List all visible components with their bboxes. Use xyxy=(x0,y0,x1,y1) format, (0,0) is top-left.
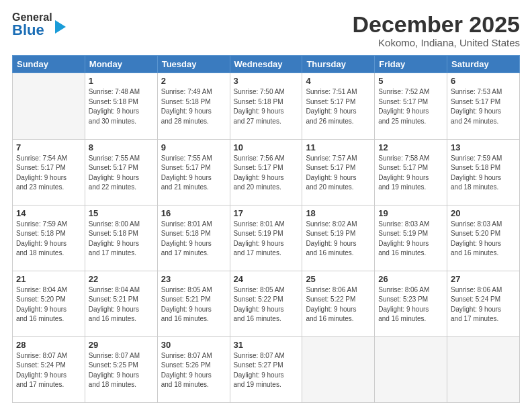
day-number: 15 xyxy=(89,208,154,218)
calendar-header-row: SundayMondayTuesdayWednesdayThursdayFrid… xyxy=(13,56,520,73)
cell-info: Sunrise: 7:49 AM Sunset: 5:18 PM Dayligh… xyxy=(161,87,226,126)
header: General Blue December 2025 Kokomo, India… xyxy=(12,12,520,48)
logo-blue-text: Blue xyxy=(12,23,52,38)
calendar-cell: 23Sunrise: 8:05 AM Sunset: 5:21 PM Dayli… xyxy=(157,271,230,336)
day-number: 28 xyxy=(16,340,81,350)
calendar-header-thursday: Thursday xyxy=(302,56,375,73)
cell-info: Sunrise: 8:07 AM Sunset: 5:26 PM Dayligh… xyxy=(161,351,226,390)
calendar-cell: 1Sunrise: 7:48 AM Sunset: 5:18 PM Daylig… xyxy=(85,73,157,139)
calendar-header-sunday: Sunday xyxy=(13,56,85,73)
cell-info: Sunrise: 8:06 AM Sunset: 5:23 PM Dayligh… xyxy=(378,285,443,324)
cell-info: Sunrise: 8:06 AM Sunset: 5:24 PM Dayligh… xyxy=(451,285,516,324)
cell-info: Sunrise: 8:07 AM Sunset: 5:27 PM Dayligh… xyxy=(234,351,299,390)
calendar-header-saturday: Saturday xyxy=(447,56,520,73)
calendar-cell xyxy=(375,336,447,402)
day-number: 10 xyxy=(234,142,299,152)
cell-info: Sunrise: 8:03 AM Sunset: 5:19 PM Dayligh… xyxy=(378,220,443,259)
cell-info: Sunrise: 8:06 AM Sunset: 5:22 PM Dayligh… xyxy=(306,285,371,324)
cell-info: Sunrise: 8:04 AM Sunset: 5:20 PM Dayligh… xyxy=(16,285,81,324)
day-number: 24 xyxy=(234,274,299,284)
cell-info: Sunrise: 7:53 AM Sunset: 5:17 PM Dayligh… xyxy=(451,87,516,126)
logo-letters: General Blue xyxy=(12,12,52,38)
cell-info: Sunrise: 7:52 AM Sunset: 5:17 PM Dayligh… xyxy=(378,87,443,126)
calendar-cell: 11Sunrise: 7:57 AM Sunset: 5:17 PM Dayli… xyxy=(302,139,375,205)
calendar-week-2: 14Sunrise: 7:59 AM Sunset: 5:18 PM Dayli… xyxy=(13,205,520,271)
calendar-cell: 29Sunrise: 8:07 AM Sunset: 5:25 PM Dayli… xyxy=(85,336,157,402)
day-number: 25 xyxy=(306,274,371,284)
day-number: 27 xyxy=(451,274,516,284)
calendar-cell: 12Sunrise: 7:58 AM Sunset: 5:17 PM Dayli… xyxy=(375,139,447,205)
title-block: December 2025 Kokomo, Indiana, United St… xyxy=(352,12,520,48)
day-number: 18 xyxy=(306,208,371,218)
day-number: 23 xyxy=(161,274,226,284)
calendar-week-4: 28Sunrise: 8:07 AM Sunset: 5:24 PM Dayli… xyxy=(13,336,520,402)
calendar-cell: 10Sunrise: 7:56 AM Sunset: 5:17 PM Dayli… xyxy=(230,139,302,205)
day-number: 29 xyxy=(89,340,154,350)
day-number: 22 xyxy=(89,274,154,284)
cell-info: Sunrise: 8:00 AM Sunset: 5:18 PM Dayligh… xyxy=(89,220,154,259)
day-number: 21 xyxy=(16,274,81,284)
calendar-header-friday: Friday xyxy=(375,56,447,73)
calendar-cell: 19Sunrise: 8:03 AM Sunset: 5:19 PM Dayli… xyxy=(375,205,447,271)
cell-info: Sunrise: 7:55 AM Sunset: 5:17 PM Dayligh… xyxy=(89,154,154,193)
day-number: 12 xyxy=(378,142,443,152)
month-title: December 2025 xyxy=(352,12,520,37)
cell-info: Sunrise: 8:01 AM Sunset: 5:19 PM Dayligh… xyxy=(234,220,299,259)
calendar-cell xyxy=(447,336,520,402)
calendar-table: SundayMondayTuesdayWednesdayThursdayFrid… xyxy=(12,55,520,403)
day-number: 3 xyxy=(234,76,299,86)
cell-info: Sunrise: 7:51 AM Sunset: 5:17 PM Dayligh… xyxy=(306,87,371,126)
cell-info: Sunrise: 7:58 AM Sunset: 5:17 PM Dayligh… xyxy=(378,154,443,193)
day-number: 31 xyxy=(234,340,299,350)
day-number: 4 xyxy=(306,76,371,86)
cell-info: Sunrise: 7:50 AM Sunset: 5:18 PM Dayligh… xyxy=(234,87,299,126)
calendar-cell: 9Sunrise: 7:55 AM Sunset: 5:17 PM Daylig… xyxy=(157,139,230,205)
calendar-cell: 31Sunrise: 8:07 AM Sunset: 5:27 PM Dayli… xyxy=(230,336,302,402)
calendar-header-tuesday: Tuesday xyxy=(157,56,230,73)
cell-info: Sunrise: 7:55 AM Sunset: 5:17 PM Dayligh… xyxy=(161,154,226,193)
calendar-cell xyxy=(13,73,85,139)
calendar-cell: 24Sunrise: 8:05 AM Sunset: 5:22 PM Dayli… xyxy=(230,271,302,336)
calendar-cell: 16Sunrise: 8:01 AM Sunset: 5:18 PM Dayli… xyxy=(157,205,230,271)
location: Kokomo, Indiana, United States xyxy=(352,37,520,48)
day-number: 16 xyxy=(161,208,226,218)
calendar-cell: 25Sunrise: 8:06 AM Sunset: 5:22 PM Dayli… xyxy=(302,271,375,336)
calendar-header-monday: Monday xyxy=(85,56,157,73)
calendar-cell: 28Sunrise: 8:07 AM Sunset: 5:24 PM Dayli… xyxy=(13,336,85,402)
calendar-cell xyxy=(302,336,375,402)
calendar-cell: 20Sunrise: 8:03 AM Sunset: 5:20 PM Dayli… xyxy=(447,205,520,271)
calendar-cell: 5Sunrise: 7:52 AM Sunset: 5:17 PM Daylig… xyxy=(375,73,447,139)
cell-info: Sunrise: 8:01 AM Sunset: 5:18 PM Dayligh… xyxy=(161,220,226,259)
day-number: 19 xyxy=(378,208,443,218)
day-number: 26 xyxy=(378,274,443,284)
day-number: 30 xyxy=(161,340,226,350)
calendar-cell: 4Sunrise: 7:51 AM Sunset: 5:17 PM Daylig… xyxy=(302,73,375,139)
day-number: 14 xyxy=(16,208,81,218)
calendar-cell: 7Sunrise: 7:54 AM Sunset: 5:17 PM Daylig… xyxy=(13,139,85,205)
cell-info: Sunrise: 8:07 AM Sunset: 5:25 PM Dayligh… xyxy=(89,351,154,390)
cell-info: Sunrise: 8:05 AM Sunset: 5:22 PM Dayligh… xyxy=(234,285,299,324)
cell-info: Sunrise: 7:57 AM Sunset: 5:17 PM Dayligh… xyxy=(306,154,371,193)
day-number: 7 xyxy=(16,142,81,152)
calendar-cell: 27Sunrise: 8:06 AM Sunset: 5:24 PM Dayli… xyxy=(447,271,520,336)
calendar-cell: 8Sunrise: 7:55 AM Sunset: 5:17 PM Daylig… xyxy=(85,139,157,205)
day-number: 20 xyxy=(451,208,516,218)
calendar-cell: 21Sunrise: 8:04 AM Sunset: 5:20 PM Dayli… xyxy=(13,271,85,336)
cell-info: Sunrise: 7:56 AM Sunset: 5:17 PM Dayligh… xyxy=(234,154,299,193)
calendar-header-wednesday: Wednesday xyxy=(230,56,302,73)
day-number: 9 xyxy=(161,142,226,152)
calendar-week-0: 1Sunrise: 7:48 AM Sunset: 5:18 PM Daylig… xyxy=(13,73,520,139)
day-number: 13 xyxy=(451,142,516,152)
day-number: 2 xyxy=(161,76,226,86)
calendar-cell: 2Sunrise: 7:49 AM Sunset: 5:18 PM Daylig… xyxy=(157,73,230,139)
day-number: 1 xyxy=(89,76,154,86)
cell-info: Sunrise: 7:59 AM Sunset: 5:18 PM Dayligh… xyxy=(451,154,516,193)
cell-info: Sunrise: 7:54 AM Sunset: 5:17 PM Dayligh… xyxy=(16,154,81,193)
calendar-week-1: 7Sunrise: 7:54 AM Sunset: 5:17 PM Daylig… xyxy=(13,139,520,205)
calendar-cell: 17Sunrise: 8:01 AM Sunset: 5:19 PM Dayli… xyxy=(230,205,302,271)
calendar-week-3: 21Sunrise: 8:04 AM Sunset: 5:20 PM Dayli… xyxy=(13,271,520,336)
cell-info: Sunrise: 8:05 AM Sunset: 5:21 PM Dayligh… xyxy=(161,285,226,324)
logo-chevron-icon xyxy=(55,20,66,34)
cell-info: Sunrise: 7:48 AM Sunset: 5:18 PM Dayligh… xyxy=(89,87,154,126)
page: General Blue December 2025 Kokomo, India… xyxy=(0,0,532,411)
